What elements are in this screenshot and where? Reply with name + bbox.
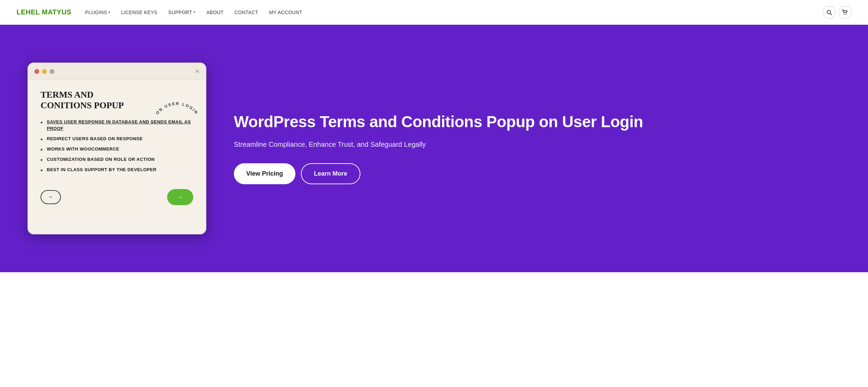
list-item: WORKS WITH WOOCOMMERCE: [41, 146, 193, 152]
list-item: BEST IN CLASS SUPPORT BY THE DEVELOPER: [41, 167, 193, 173]
svg-line-1: [830, 13, 832, 15]
site-logo[interactable]: LEHEL MATYUS: [17, 8, 72, 16]
tl-yellow: [42, 69, 47, 74]
chevron-down-icon: ▾: [194, 10, 195, 14]
popup-illustration: ✕ ON USER LOGIN TERMS AND CONITIONS POPU…: [28, 63, 206, 234]
search-button[interactable]: [823, 6, 836, 19]
list-item: CUSTOMIZATION BASED ON ROLE OR ACTION: [41, 156, 193, 163]
popup-body: ON USER LOGIN TERMS AND CONITIONS POPUP …: [28, 80, 206, 184]
nav-plugins[interactable]: PLUGINS ▾: [85, 10, 110, 15]
svg-point-3: [846, 14, 846, 14]
header: LEHEL MATYUS PLUGINS ▾ LICENSE KEYS SUPP…: [0, 0, 868, 25]
popup-title: TERMS AND CONITIONS POPUP: [41, 89, 130, 111]
traffic-lights: [34, 69, 54, 74]
popup-titlebar: ✕: [28, 63, 206, 80]
list-item: REDIRECT USERS BASED ON RESPONSE: [41, 136, 193, 142]
popup-minus-button[interactable]: −: [41, 190, 61, 204]
hero-text-block: WordPress Terms and Conditions Popup on …: [234, 113, 840, 184]
tl-red: [34, 69, 39, 74]
svg-text:ON USER LOGIN: ON USER LOGIN: [155, 101, 199, 115]
cart-icon: [842, 10, 848, 15]
view-pricing-button[interactable]: View Pricing: [234, 163, 295, 184]
main-nav: PLUGINS ▾ LICENSE KEYS SUPPORT ▾ ABOUT C…: [85, 10, 823, 15]
nav-my-account[interactable]: MY ACCOUNT: [269, 10, 302, 15]
hero-section: ✕ ON USER LOGIN TERMS AND CONITIONS POPU…: [0, 25, 868, 272]
nav-support[interactable]: SUPPORT ▾: [168, 10, 195, 15]
search-icon: [826, 10, 832, 15]
nav-license-keys[interactable]: LICENSE KEYS: [121, 10, 158, 15]
nav-about[interactable]: ABOUT: [206, 10, 224, 15]
popup-footer: − →: [28, 184, 206, 215]
chevron-down-icon: ▾: [108, 10, 110, 14]
arc-text-svg: ON USER LOGIN: [155, 83, 199, 118]
popup-close-button[interactable]: ✕: [195, 68, 199, 75]
svg-point-2: [844, 14, 845, 14]
nav-contact[interactable]: CONTACT: [235, 10, 258, 15]
learn-more-button[interactable]: Learn More: [301, 163, 360, 184]
hero-subheading: Streamline Compliance, Enhance Trust, an…: [234, 139, 840, 150]
list-item: SAVES USER RESPONSE IN DATABASE AND SEND…: [41, 119, 193, 131]
arrow-icon: →: [177, 193, 184, 201]
hero-buttons: View Pricing Learn More: [234, 163, 840, 184]
cart-button[interactable]: [838, 6, 851, 19]
tl-gray: [50, 69, 54, 74]
hero-heading: WordPress Terms and Conditions Popup on …: [234, 113, 840, 131]
popup-arrow-button[interactable]: →: [167, 189, 193, 205]
popup-feature-list: SAVES USER RESPONSE IN DATABASE AND SEND…: [41, 119, 193, 173]
header-icons: [823, 6, 851, 19]
